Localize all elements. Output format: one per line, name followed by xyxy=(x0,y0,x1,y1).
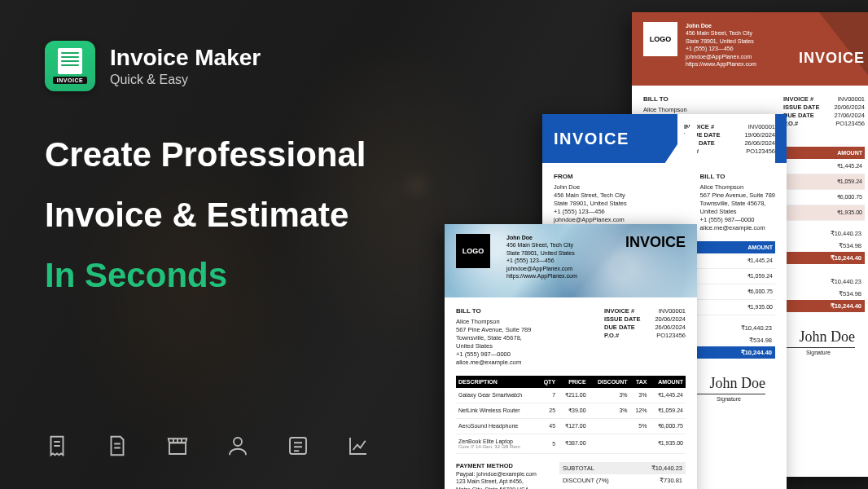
feature-icon-row xyxy=(45,434,370,458)
app-title: Invoice Maker xyxy=(110,45,261,71)
payment-method-label: PAYMENT METHOD xyxy=(456,462,551,470)
receipt-icon xyxy=(45,434,69,458)
headline-line2: Invoice & Estimate xyxy=(45,196,868,234)
client-icon xyxy=(226,434,250,458)
headline-line1: Create Professional xyxy=(45,136,868,174)
app-subtitle: Quick & Easy xyxy=(110,73,261,87)
brand-block: INVOICE Invoice Maker Quick & Easy xyxy=(45,41,868,91)
document-icon xyxy=(58,48,82,74)
app-icon-label: INVOICE xyxy=(53,77,87,84)
svg-point-0 xyxy=(234,438,242,446)
app-icon: INVOICE xyxy=(45,41,95,91)
line-items-table: DESCRIPTION QTYPRICE DISCOUNTTAXAMOUNT G… xyxy=(456,376,686,454)
billto-label: BILL TO xyxy=(456,307,531,316)
store-icon xyxy=(165,434,190,458)
report-icon xyxy=(346,434,370,458)
headline-line3: In Seconds xyxy=(45,257,868,294)
items-icon xyxy=(286,434,310,458)
estimate-icon xyxy=(105,434,129,458)
totals-block: SUBTOTAL₹10,440.23 DISCOUNT (7%)₹730.81 … xyxy=(559,462,686,489)
